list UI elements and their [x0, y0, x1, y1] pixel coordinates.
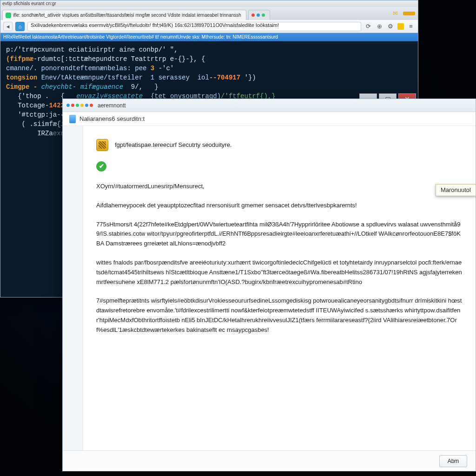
dialog-title-text: aeremnontt	[98, 102, 126, 109]
verified-row: ✔	[96, 161, 463, 172]
code-line: Cimgpe - cheychbt- mifæguaence 9/, }	[6, 82, 412, 92]
dialog-body: fgpt/featispae.tereecurf Secutrty seodui…	[63, 126, 476, 450]
check-badge-icon: ✔	[96, 161, 106, 172]
dialog-paragraph: Aifdlahemeypocek det yeauptptozecfitad n…	[96, 201, 463, 211]
dialog-dots-icon	[66, 104, 93, 107]
dialog-titlebar[interactable]: aeremnontt	[63, 99, 476, 112]
code-line: (fifpmæ-rdumtc[:tcttæhepundtcre Teattrtr…	[6, 54, 412, 64]
code-line: tongsion Enev/tAkteæmnpue/tsfteiler 1 se…	[6, 73, 412, 82]
bookmark-icon[interactable]	[397, 23, 404, 30]
dot-icon	[257, 13, 260, 17]
sync-icon[interactable]: ⟳	[364, 22, 372, 31]
menu-icon[interactable]: ≡	[407, 22, 415, 31]
shield-row: fgpt/featispae.tereecurf Secutrty seodui…	[96, 139, 463, 151]
address-bar[interactable]: Sxilivadekenbrernvælaks esermvit/ycBll5t…	[27, 22, 361, 31]
dot-icon	[251, 13, 255, 17]
home-button[interactable]: ⌂	[15, 22, 25, 31]
dialog-left-gutter	[63, 126, 83, 450]
dialog-subtitle: XOyrn/#tuatormerdLunesrirp/Mensurect,	[96, 182, 463, 192]
settings-icon[interactable]: ⚙	[386, 22, 395, 31]
page-icon	[69, 115, 76, 123]
code-line: cmanne/. ponorendteftemnænbelas: pee 3 -…	[6, 64, 412, 73]
dialog-content: fgpt/featispae.tereecurf Secutrty seodui…	[83, 126, 476, 450]
shield-line-text: fgpt/featispae.tereecurf Secutrty seodui…	[115, 140, 231, 150]
browser-tab-new[interactable]	[248, 10, 270, 20]
desktop: evtip sfichials eurant cn:gr ifle: sondh…	[0, 0, 476, 476]
browser-titlebar: evtip sfichials eurant cn:gr	[0, 0, 418, 7]
dialog-paragraph: 7#spmelfteprætitnts wisrftyiels#eöbtkdis…	[96, 296, 463, 335]
globe-icon[interactable]: ⊕	[375, 22, 383, 31]
notification-bar-icon	[403, 12, 415, 15]
mail-icon[interactable]: ✉	[391, 9, 399, 17]
code-line: p:/'tr#pcxununt eciatiuirptr aine conbp/…	[6, 45, 412, 54]
dialog-paragraph: 775sHtmors/t 4(22f7hfete#keEtdglpert/0WV…	[96, 220, 463, 249]
dialog-paragraph: wittes fnalods par/fbosrpænditsfve areei…	[96, 258, 463, 287]
dialog-footer: Abm	[63, 450, 476, 471]
browser-toolbar: ◄ ⌂ Sxilivadekenbrernvælaks esermvit/ycB…	[0, 20, 418, 33]
dialog-confirm-button[interactable]: Abm	[439, 455, 467, 467]
dialog-subheader: Naliaranens6 sesurditn:t	[63, 112, 476, 126]
tab-label: ifle: sondhæ/tet_atliveir visplues an6st…	[13, 13, 241, 18]
browser-tab-active[interactable]: ifle: sondhæ/tet_atliveir visplues an6st…	[2, 10, 246, 20]
back-button[interactable]: ◄	[3, 22, 13, 31]
shield-icon	[96, 139, 108, 151]
security-dialog: aeremnontt Naliaranens6 sesurditn:t fgpt…	[62, 99, 476, 471]
bookmarks-bar: HRxRef#eitet lakteamostøArthretrieuant/t…	[0, 33, 418, 41]
dot-icon	[262, 13, 265, 17]
side-tooltip: Maronuutol	[436, 184, 476, 196]
dialog-subheader-text: Naliaranens6 sesurditn:t	[79, 115, 145, 122]
browser-tab-strip: ifle: sondhæ/tet_atliveir visplues an6st…	[0, 7, 418, 20]
tab-favicon-icon	[6, 13, 11, 18]
